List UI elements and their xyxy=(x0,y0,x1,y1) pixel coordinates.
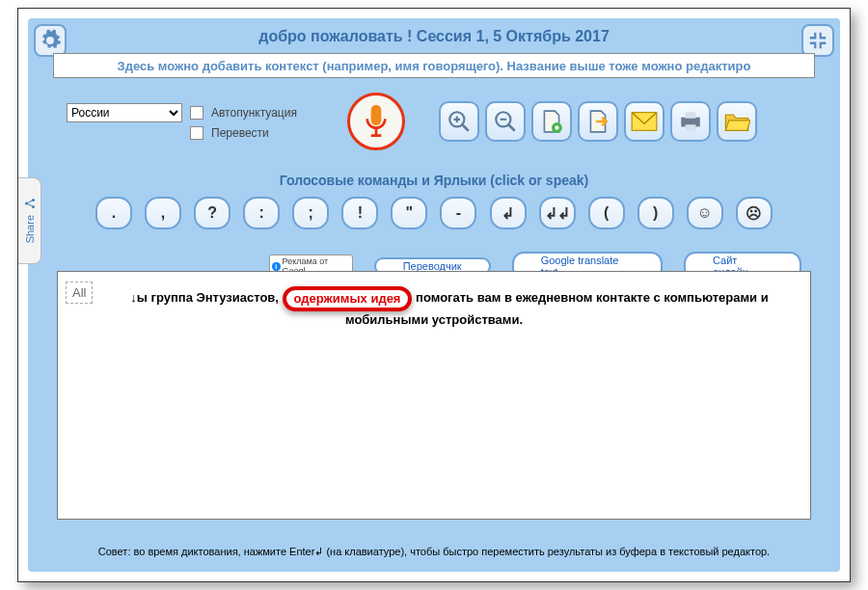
translate-label: Перевести xyxy=(211,126,269,140)
punct-period[interactable]: . xyxy=(95,197,132,229)
gear-icon xyxy=(39,29,62,52)
punct-quote[interactable]: " xyxy=(391,197,427,229)
zoom-in-button[interactable] xyxy=(439,101,479,142)
punct-semicolon[interactable]: ; xyxy=(292,197,329,229)
open-folder-button[interactable] xyxy=(717,101,757,142)
language-group: России Автопунктуация Перевести xyxy=(67,103,297,140)
export-button[interactable] xyxy=(578,101,618,142)
punct-sad[interactable]: ☹ xyxy=(736,197,773,229)
printer-icon xyxy=(678,109,703,134)
punct-comma[interactable]: , xyxy=(145,197,181,229)
punctuation-row: . , ? : ; ! " - ↲ ↲↲ ( ) ☺ ☹ xyxy=(95,197,773,229)
highlighted-phrase: одержимых идея xyxy=(283,286,413,311)
app-frame: Share добро пожаловать ! Сессия 1, 5 Окт… xyxy=(17,8,851,582)
punct-newline[interactable]: ↲ xyxy=(490,197,527,229)
export-icon xyxy=(585,109,610,134)
editor-content[interactable]: ↓ы группа Энтузиастов, одержимых идея по… xyxy=(66,285,802,330)
collapse-button[interactable] xyxy=(801,24,834,57)
controls-row: России Автопунктуация Перевести xyxy=(67,97,811,146)
language-select[interactable]: России xyxy=(67,103,182,122)
footer-tip: Совет: во время диктования, нажмите Ente… xyxy=(57,546,811,558)
punct-paren-close[interactable]: ) xyxy=(637,197,674,229)
voice-commands-header: Голосовые команды и Ярлыки (click or spe… xyxy=(28,173,840,188)
settings-button[interactable] xyxy=(34,24,67,57)
print-button[interactable] xyxy=(670,101,711,142)
document-add-icon xyxy=(539,109,564,134)
autopunct-checkbox[interactable] xyxy=(190,106,203,120)
microphone-button[interactable] xyxy=(347,93,405,150)
toolbar xyxy=(439,101,757,142)
microphone-icon xyxy=(361,102,392,141)
email-icon xyxy=(631,109,658,134)
svg-rect-3 xyxy=(371,105,382,125)
share-label: Share xyxy=(24,215,36,243)
zoom-in-icon xyxy=(447,109,472,134)
zoom-out-icon xyxy=(493,109,518,134)
info-icon: i xyxy=(272,262,281,271)
punct-question[interactable]: ? xyxy=(194,197,231,229)
punct-double-newline[interactable]: ↲↲ xyxy=(539,197,576,229)
svg-rect-9 xyxy=(685,112,695,119)
collapse-icon xyxy=(807,30,828,51)
punct-exclaim[interactable]: ! xyxy=(341,197,378,229)
svg-rect-10 xyxy=(685,124,695,131)
punct-colon[interactable]: : xyxy=(243,197,280,229)
context-input[interactable] xyxy=(53,53,815,78)
translate-checkbox[interactable] xyxy=(190,126,203,140)
zoom-out-button[interactable] xyxy=(485,101,526,142)
folder-icon xyxy=(723,110,750,133)
punct-smile[interactable]: ☺ xyxy=(687,197,723,229)
share-icon xyxy=(24,198,36,209)
punct-dash[interactable]: - xyxy=(440,197,476,229)
page-title[interactable]: добро пожаловать ! Сессия 1, 5 Октябрь 2… xyxy=(76,28,792,45)
punct-paren-open[interactable]: ( xyxy=(588,197,625,229)
main-panel: добро пожаловать ! Сессия 1, 5 Октябрь 2… xyxy=(28,18,840,572)
email-button[interactable] xyxy=(624,101,665,142)
new-doc-button[interactable] xyxy=(531,101,572,142)
text-editor[interactable]: All ↓ы группа Энтузиастов, одержимых иде… xyxy=(57,271,811,520)
share-tab[interactable]: Share xyxy=(18,177,41,264)
autopunct-label: Автопунктуация xyxy=(211,106,297,120)
